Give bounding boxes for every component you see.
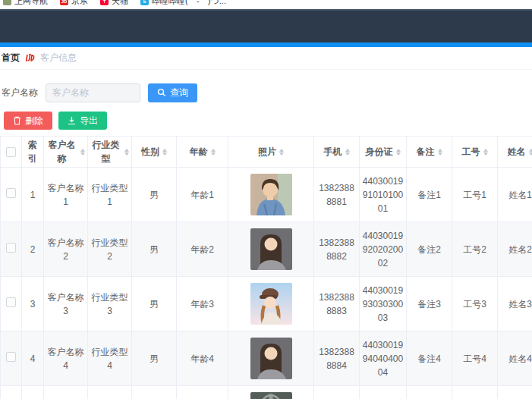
cell-remark [407,386,452,399]
customer-photo [250,174,292,215]
cell-remark: 备注1 [407,168,452,222]
header-cell-work_no[interactable]: 工号 [452,137,498,168]
cell-index: 2 [22,222,44,277]
export-button-label: 导出 [80,115,98,127]
column-label: 客户名称 [46,138,77,165]
delete-button[interactable]: 删除 [4,112,52,130]
header-cell-photo[interactable]: 照片 [228,137,314,168]
photo-cell [228,222,314,277]
table-row: 1客户名称1行业类型1男年龄11382388888144030019910101… [1,168,532,222]
header-cell-gender[interactable]: 性别 [132,137,177,168]
breadcrumb-home[interactable]: 首页 [2,52,20,64]
query-button[interactable]: 查询 [148,83,197,102]
photo-cell [228,168,314,222]
cell-gender: 男 [132,222,177,277]
breadcrumb-current: 客户信息 [40,52,77,64]
table-toolbar: 删除 导出 [0,105,532,136]
header-select-all-cell [1,137,22,168]
row-checkbox[interactable] [6,243,16,253]
bookmark-label: 上网导航 [14,0,48,7]
cell-remark: 备注3 [407,277,452,331]
cell-customer_name: 客户名称3 [44,277,88,331]
cell-index: 3 [22,277,44,331]
cell-industry_type: 行业类型1 [88,168,132,222]
row-checkbox[interactable] [6,188,16,198]
cell-person_name [498,386,532,399]
row-select-cell [1,222,22,277]
row-checkbox[interactable] [6,297,16,307]
customer-table: 索引客户名称行业类型性别年龄照片手机身份证备注工号姓名 1客户名称1行业类型1男… [0,136,532,399]
sort-carets-icon[interactable] [279,149,284,156]
cell-gender [132,386,177,399]
photo-cell [228,386,314,399]
bookmark-label: 哔哩哔哩(゜-゜)つ... [152,0,226,7]
sort-carets-icon[interactable] [483,149,488,156]
header-cell-industry_type[interactable]: 行业类型 [88,137,132,168]
customer-photo [250,283,292,325]
customer-table-wrap: 索引客户名称行业类型性别年龄照片手机身份证备注工号姓名 1客户名称1行业类型1男… [0,136,532,399]
sort-carets-icon[interactable] [396,149,401,156]
cell-index: 4 [22,331,44,386]
row-select-cell [1,168,22,222]
cell-index: 1 [22,168,44,222]
customer-photo [250,392,292,399]
column-label: 身份证 [366,145,393,159]
sort-carets-icon[interactable] [80,149,85,156]
cell-customer_name [44,386,88,399]
bookmark-label: 京东 [71,0,88,7]
cell-age: 年龄3 [177,277,228,331]
header-cell-remark[interactable]: 备注 [407,137,452,168]
cell-person_name: 姓名3 [498,277,532,331]
cell-person_name: 姓名2 [498,222,532,277]
cell-phone: 13823888882 [314,222,360,277]
cell-customer_name: 客户名称2 [44,222,88,277]
breadcrumb-separator-icon [25,53,35,63]
cell-gender: 男 [132,331,177,386]
breadcrumb: 首页 客户信息 [0,47,532,70]
sort-carets-icon[interactable] [162,149,167,156]
cell-index [22,386,44,399]
cell-work_no [452,386,498,399]
column-label: 行业类型 [90,138,121,165]
cell-phone: 13823888884 [314,331,360,386]
bookmark-bilibili[interactable]: b 哔哩哔哩(゜-゜)つ... [140,0,226,7]
cell-person_name: 姓名4 [498,331,532,386]
column-label: 姓名 [508,145,526,159]
header-cell-customer_name[interactable]: 客户名称 [44,137,88,168]
header-cell-id_card[interactable]: 身份证 [360,137,407,168]
customer-name-label: 客户名称 [2,86,38,99]
search-form: 客户名称 查询 [0,70,532,105]
select-all-checkbox[interactable] [6,147,16,157]
sort-carets-icon[interactable] [124,149,129,156]
cell-customer_name: 客户名称4 [44,331,88,386]
search-icon [157,88,166,97]
cell-id_card: 440300199101010001 [360,168,407,222]
bookmark-nav-site[interactable]: 上网导航 [3,0,48,7]
bookmark-label: 天猫 [112,0,128,7]
cell-phone: 13823888881 [314,168,360,222]
cell-gender: 男 [132,277,177,331]
sort-carets-icon[interactable] [529,149,532,156]
column-label: 备注 [417,145,435,159]
table-header-row: 索引客户名称行业类型性别年龄照片手机身份证备注工号姓名 [1,137,532,168]
sort-carets-icon[interactable] [345,149,350,156]
nav-site-icon [3,0,11,5]
row-checkbox[interactable] [6,352,16,362]
bookmark-tmall[interactable]: T 天猫 [100,0,128,7]
header-cell-age[interactable]: 年龄 [177,137,228,168]
header-cell-phone[interactable]: 手机 [314,137,360,168]
cell-industry_type [88,386,132,399]
cell-age: 年龄4 [177,331,228,386]
bookmark-jd[interactable]: JD 京东 [60,0,88,7]
download-icon [68,116,76,125]
customer-name-input[interactable] [46,83,140,102]
cell-id_card [360,386,407,399]
sort-carets-icon[interactable] [438,149,442,156]
cell-work_no: 工号1 [452,168,498,222]
column-label: 年龄 [190,145,208,159]
header-cell-index: 索引 [22,137,44,168]
sort-carets-icon[interactable] [211,149,216,156]
cell-phone: 13823888883 [314,277,360,331]
header-cell-person_name[interactable]: 姓名 [498,137,532,168]
export-button[interactable]: 导出 [58,112,107,130]
